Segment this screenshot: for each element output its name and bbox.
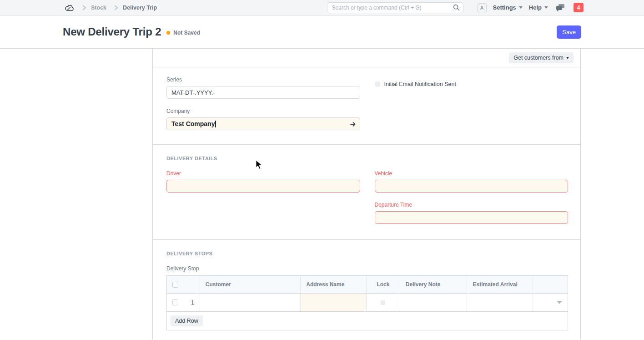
status-text: Not Saved [173, 30, 200, 36]
title-block: New Delivery Trip 2 Not Saved [63, 25, 200, 38]
column-left: Series Company Test Company [166, 76, 360, 139]
section-delivery-details: DELIVERY DETAILS Driver Vehicle Departur… [153, 145, 580, 240]
field-vehicle: Vehicle [375, 170, 569, 193]
row-select-cell: 1 [167, 294, 200, 311]
search-input[interactable] [327, 2, 463, 13]
page-title: New Delivery Trip 2 [63, 25, 161, 38]
status-dot-icon [166, 31, 170, 35]
vehicle-label: Vehicle [375, 170, 569, 177]
header-customer: Customer [200, 276, 301, 293]
chevron-down-icon [566, 57, 569, 59]
get-customers-from-button[interactable]: Get customers from [509, 52, 574, 63]
section-delivery-stops: DELIVERY STOPS Delivery Stop Customer Ad… [153, 240, 580, 340]
navbar-right: A Settings Help 4 [327, 2, 584, 13]
navbar: Stock Delivery Trip A Settings Help 4 [0, 0, 644, 15]
global-search [327, 2, 463, 13]
company-value: Test Company [171, 120, 215, 127]
grid-row-1[interactable]: 1 [167, 294, 568, 312]
select-all-checkbox[interactable] [172, 282, 178, 288]
column-left: Driver [166, 170, 360, 233]
field-company: Company Test Company [166, 108, 360, 130]
company-label: Company [166, 108, 360, 114]
header-estimated-arrival: Estimated Arrival [467, 276, 533, 293]
cell-customer[interactable] [200, 294, 301, 311]
departure-time-input[interactable] [375, 211, 569, 224]
section-main: Series Company Test Company [153, 67, 580, 145]
header-actions [533, 276, 568, 293]
chevron-right-icon [81, 5, 87, 11]
row-expand-icon[interactable] [557, 301, 562, 304]
delivery-stops-heading: DELIVERY STOPS [166, 251, 568, 256]
grid-header-row: Customer Address Name Lock Delivery Note… [167, 276, 568, 294]
breadcrumb-stock[interactable]: Stock [91, 5, 106, 11]
avatar[interactable]: A [478, 3, 487, 12]
chat-icon[interactable] [556, 4, 565, 12]
email-notification-label: Initial Email Notification Sent [384, 81, 456, 87]
delivery-stop-grid: Customer Address Name Lock Delivery Note… [166, 275, 568, 330]
header-address-name: Address Name [301, 276, 367, 293]
email-notification-checkbox[interactable] [375, 81, 380, 87]
chevron-down-icon [519, 6, 523, 9]
breadcrumb-delivery-trip[interactable]: Delivery Trip [123, 5, 157, 11]
row-index: 1 [191, 299, 194, 306]
vehicle-input[interactable] [375, 180, 569, 193]
cell-row-actions [533, 294, 568, 311]
series-input[interactable] [166, 86, 360, 99]
get-customers-from-label: Get customers from [513, 55, 564, 61]
page-head: New Delivery Trip 2 Not Saved Save [0, 15, 644, 49]
lock-checkbox[interactable] [381, 300, 385, 305]
departure-time-label: Departure Time [375, 202, 569, 208]
chevron-right-icon [113, 5, 119, 11]
status-indicator: Not Saved [166, 30, 200, 36]
form-card: Get customers from Series Company Test C… [152, 49, 581, 340]
header-delivery-note: Delivery Note [400, 276, 468, 293]
company-input[interactable]: Test Company [166, 117, 360, 130]
row-checkbox[interactable] [172, 299, 178, 305]
follow-link-arrow-icon[interactable] [350, 121, 356, 127]
app-logo-icon[interactable] [64, 3, 75, 12]
page-body: Get customers from Series Company Test C… [0, 49, 644, 340]
header-lock: Lock [367, 276, 400, 293]
delivery-details-heading: DELIVERY DETAILS [166, 156, 568, 161]
delivery-stop-grid-label: Delivery Stop [166, 265, 568, 272]
cell-estimated-arrival[interactable] [467, 294, 533, 311]
grid-footer: Add Row [167, 312, 568, 330]
help-label: Help [529, 4, 542, 11]
field-driver: Driver [166, 170, 360, 193]
field-initial-email-notification: Initial Email Notification Sent [375, 81, 569, 87]
cell-address-name[interactable] [301, 294, 367, 311]
settings-menu[interactable]: Settings [493, 4, 523, 11]
driver-input[interactable] [166, 180, 360, 193]
cell-delivery-note[interactable] [400, 294, 468, 311]
settings-label: Settings [493, 4, 516, 11]
series-label: Series [166, 76, 360, 83]
field-departure-time: Departure Time [375, 202, 569, 224]
navbar-left: Stock Delivery Trip [64, 3, 157, 12]
driver-label: Driver [166, 170, 360, 177]
chevron-down-icon [544, 6, 548, 9]
notification-badge[interactable]: 4 [574, 3, 584, 12]
header-select-cell [167, 276, 200, 293]
form-toolbar: Get customers from [153, 49, 580, 67]
help-menu[interactable]: Help [529, 4, 548, 11]
column-right: Vehicle Departure Time [375, 170, 569, 233]
text-cursor [215, 121, 216, 127]
add-row-label: Add Row [175, 318, 198, 324]
search-icon[interactable] [453, 4, 460, 11]
add-row-button[interactable]: Add Row [171, 315, 203, 326]
field-series: Series [166, 76, 360, 99]
column-right: Initial Email Notification Sent [375, 76, 569, 139]
save-button[interactable]: Save [557, 25, 581, 39]
cell-lock [367, 294, 400, 311]
